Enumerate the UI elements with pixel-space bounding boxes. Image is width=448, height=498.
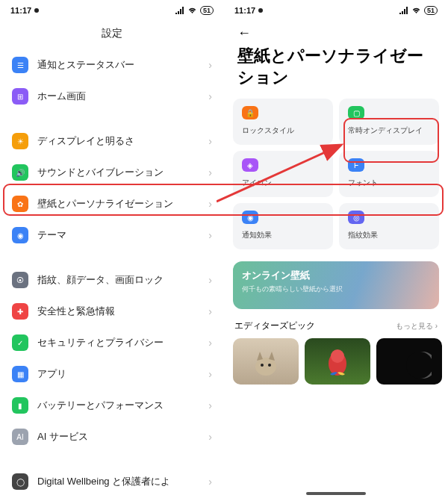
- wallpaper-thumb-cat[interactable]: [233, 338, 299, 385]
- page-title-settings: 設定: [0, 21, 224, 49]
- personalization-grid: 🔒ロックスタイル▢常時オンディスプレイ◈アイコンFフォント◉通知効果◎指紋効果: [224, 99, 448, 257]
- status-bar: 11:17 51: [224, 0, 448, 21]
- wifi-icon: [411, 7, 421, 14]
- chevron-right-icon: ›: [208, 59, 212, 71]
- card-icon: ◉: [242, 211, 258, 224]
- settings-row-11[interactable]: AIAI サービス›: [0, 421, 224, 452]
- online-wallpaper-banner[interactable]: オンライン壁紙 何千もの素晴らしい壁紙から選択: [233, 261, 439, 309]
- card-label: ロックスタイル: [242, 125, 324, 136]
- settings-row-label: サウンドとバイブレーション: [37, 166, 199, 179]
- settings-row-label: ディスプレイと明るさ: [37, 134, 199, 148]
- settings-row-icon: ▦: [12, 366, 28, 382]
- settings-row-icon: ☰: [12, 57, 28, 73]
- settings-row-4[interactable]: ✿壁紙とパーソナライゼーション›: [0, 188, 224, 220]
- chevron-right-icon: ›: [208, 476, 212, 488]
- settings-row-label: テーマ: [37, 228, 199, 242]
- personalization-card-1[interactable]: ▢常時オンディスプレイ: [339, 99, 439, 145]
- right-screen: 11:17 51 ← 壁紙とパーソナライゼーション 🔒ロックスタイル▢常時オンデ…: [224, 0, 448, 498]
- personalization-card-4[interactable]: ◉通知効果: [233, 203, 333, 249]
- status-icons: 51: [175, 6, 214, 15]
- card-label: 指紋効果: [348, 230, 430, 240]
- svg-point-4: [331, 349, 344, 363]
- chevron-right-icon: ›: [208, 229, 212, 241]
- editors-pick-header: エディターズピック もっと見る ›: [224, 317, 448, 338]
- settings-row-icon: 🔊: [12, 164, 28, 181]
- settings-row-label: ホーム画面: [37, 90, 199, 103]
- chevron-right-icon: ›: [208, 305, 212, 317]
- personalization-card-5[interactable]: ◎指紋効果: [339, 203, 439, 249]
- parrot-image-icon: [315, 343, 360, 380]
- chevron-right-icon: ›: [208, 90, 212, 102]
- home-indicator[interactable]: [306, 492, 366, 495]
- settings-row-0[interactable]: ☰通知とステータスバー›: [0, 49, 224, 81]
- personalization-card-0[interactable]: 🔒ロックスタイル: [233, 99, 333, 145]
- card-icon: F: [348, 158, 364, 172]
- settings-row-label: セキュリティとプライバシー: [37, 336, 199, 349]
- settings-row-icon: ⦿: [12, 272, 28, 288]
- settings-row-3[interactable]: 🔊サウンドとバイブレーション›: [0, 157, 224, 188]
- status-battery: 51: [424, 6, 438, 15]
- chevron-right-icon: ›: [208, 368, 212, 380]
- chevron-right-icon: ›: [208, 166, 212, 178]
- settings-row-2[interactable]: ☀ディスプレイと明るさ›: [0, 125, 224, 157]
- signal-icon: [399, 7, 408, 14]
- personalization-card-3[interactable]: Fフォント: [339, 151, 439, 197]
- card-label: 通知効果: [242, 230, 324, 240]
- settings-row-icon: ◯: [12, 473, 28, 490]
- chevron-right-icon: ›: [208, 337, 212, 349]
- chevron-right-icon: ›: [208, 135, 212, 147]
- chevron-right-icon: ›: [208, 431, 212, 443]
- settings-row-7[interactable]: ✚安全性と緊急情報›: [0, 296, 224, 327]
- card-icon: 🔒: [242, 106, 258, 119]
- editors-pick-title: エディターズピック: [234, 320, 315, 332]
- signal-icon: [175, 7, 184, 14]
- card-icon: ◈: [242, 158, 258, 172]
- chevron-right-icon: ›: [208, 399, 212, 411]
- settings-row-icon: ▮: [12, 397, 28, 414]
- svg-point-6: [406, 352, 432, 379]
- card-label: フォント: [348, 178, 430, 188]
- card-label: 常時オンディスプレイ: [348, 125, 430, 136]
- settings-row-1[interactable]: ⊞ホーム画面›: [0, 81, 224, 112]
- wallpaper-thumbnails: [224, 338, 448, 385]
- banner-subtitle: 何千もの素晴らしい壁紙から選択: [242, 284, 430, 294]
- settings-row-label: 通知とステータスバー: [37, 58, 199, 72]
- card-icon: ▢: [348, 106, 364, 119]
- settings-row-6[interactable]: ⦿指紋、顔データ、画面ロック›: [0, 264, 224, 296]
- card-label: アイコン: [242, 178, 324, 188]
- settings-row-10[interactable]: ▮バッテリーとパフォーマンス›: [0, 390, 224, 421]
- personalization-card-2[interactable]: ◈アイコン: [233, 151, 333, 197]
- settings-row-9[interactable]: ▦アプリ›: [0, 358, 224, 390]
- more-link[interactable]: もっと見る ›: [396, 321, 438, 332]
- settings-list: ☰通知とステータスバー›⊞ホーム画面›☀ディスプレイと明るさ›🔊サウンドとバイブ…: [0, 49, 224, 497]
- settings-row-icon: ⊞: [12, 88, 28, 105]
- status-time: 11:17: [234, 6, 255, 15]
- settings-row-8[interactable]: ✓セキュリティとプライバシー›: [0, 327, 224, 358]
- wifi-icon: [187, 7, 197, 14]
- svg-point-1: [261, 364, 264, 367]
- settings-row-label: Digital Wellbeing と保護者によ: [37, 475, 199, 488]
- settings-row-5[interactable]: ◉テーマ›: [0, 220, 224, 251]
- settings-row-icon: AI: [12, 429, 28, 445]
- svg-point-2: [268, 364, 271, 367]
- left-screen: 11:17 51 設定 ☰通知とステータスバー›⊞ホーム画面›☀ディスプレイと明…: [0, 0, 224, 498]
- wallpaper-thumb-moon[interactable]: [376, 338, 442, 385]
- settings-row-icon: ☀: [12, 133, 28, 149]
- status-dot-icon: [258, 8, 263, 13]
- back-button[interactable]: ←: [224, 21, 448, 43]
- banner-title: オンライン壁紙: [242, 269, 430, 282]
- settings-row-label: アプリ: [37, 367, 199, 381]
- settings-row-icon: ✚: [12, 303, 28, 320]
- svg-point-0: [255, 358, 276, 376]
- page-title-wallpaper: 壁紙とパーソナライゼーション: [224, 43, 448, 99]
- chevron-right-icon: ›: [208, 274, 212, 286]
- settings-row-icon: ◉: [12, 227, 28, 243]
- settings-row-12[interactable]: ◯Digital Wellbeing と保護者によ›: [0, 466, 224, 497]
- status-time: 11:17: [10, 6, 31, 15]
- settings-row-label: 指紋、顔データ、画面ロック: [37, 273, 199, 287]
- settings-row-icon: ✿: [12, 196, 28, 212]
- wallpaper-thumb-parrot[interactable]: [305, 338, 370, 385]
- settings-row-label: 壁紙とパーソナライゼーション: [37, 197, 199, 211]
- card-icon: ◎: [348, 211, 364, 224]
- status-bar: 11:17 51: [0, 0, 224, 21]
